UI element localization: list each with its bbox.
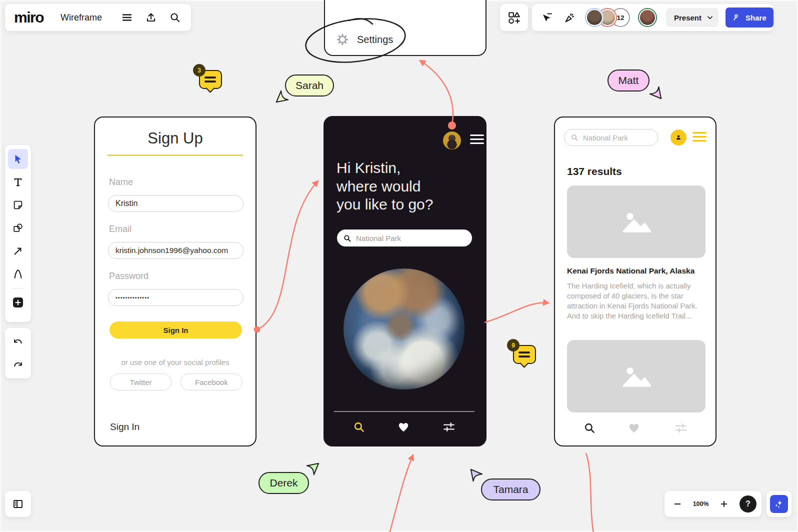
result-desc-line: attraction in Kenai Fjords National Park… bbox=[567, 301, 698, 311]
name-label: Name bbox=[109, 177, 133, 188]
settings-card-frame[interactable]: Settings bbox=[324, 0, 486, 56]
user-avatar[interactable] bbox=[443, 132, 461, 150]
zoom-level[interactable]: 100% bbox=[693, 500, 709, 508]
collaborator-cursor-matt bbox=[648, 85, 663, 100]
present-label: Present bbox=[674, 14, 702, 22]
menu-icon[interactable] bbox=[470, 134, 484, 146]
nav-search-icon[interactable] bbox=[352, 420, 366, 434]
facebook-button-label: Facebook bbox=[195, 378, 228, 386]
comment-count: 3 bbox=[193, 64, 206, 76]
connector-bottom-to-phone bbox=[390, 455, 413, 532]
profile-button[interactable] bbox=[670, 130, 686, 146]
connector-avatar-to-settings bbox=[420, 60, 453, 125]
zoom-in-button[interactable] bbox=[716, 494, 732, 514]
person-icon bbox=[674, 134, 682, 142]
results-search-input[interactable]: National Park bbox=[564, 129, 658, 146]
topbar-right: 12 Present Share bbox=[532, 4, 773, 31]
help-button[interactable]: ? bbox=[740, 496, 756, 512]
signup-title: Sign Up bbox=[95, 130, 256, 148]
templates-button[interactable] bbox=[504, 8, 524, 28]
hide-cursors-button[interactable] bbox=[537, 8, 557, 28]
collaborator-tag-tamara[interactable]: Tamara bbox=[481, 478, 540, 500]
result-card-title: Kenai Fjords National Park, Alaska bbox=[567, 266, 694, 276]
results-wireframe-frame[interactable]: National Park 137 results Kenai Fjords N… bbox=[554, 116, 716, 446]
board-title[interactable]: Wireframe bbox=[58, 12, 105, 23]
signup-wireframe-frame[interactable]: Sign Up Name Kristin Email kristin.johns… bbox=[94, 116, 256, 446]
nav-heart-icon[interactable] bbox=[628, 422, 640, 434]
export-button[interactable] bbox=[141, 8, 161, 28]
zoom-out-button[interactable] bbox=[670, 494, 686, 514]
chevron-down-icon[interactable] bbox=[706, 14, 714, 21]
twitter-button[interactable]: Twitter bbox=[110, 374, 172, 390]
text-tool[interactable] bbox=[8, 172, 28, 192]
history-toolbar bbox=[5, 328, 31, 378]
redo-button[interactable] bbox=[8, 355, 28, 375]
share-label: Share bbox=[746, 14, 766, 22]
signin-link[interactable]: Sign In bbox=[110, 422, 140, 432]
phone-search-placeholder: National Park bbox=[356, 234, 401, 242]
undo-button[interactable] bbox=[8, 332, 28, 352]
collaborator-count: 12 bbox=[616, 14, 624, 22]
own-avatar[interactable] bbox=[639, 9, 656, 26]
miro-board-app: { "topbar": { "logo": "miro", "board_tit… bbox=[0, 0, 798, 532]
results-count: 137 results bbox=[567, 166, 622, 178]
frames-panel-island bbox=[5, 491, 31, 517]
greeting-line-1: Hi Kristin, bbox=[336, 159, 433, 178]
add-more-tools-button[interactable] bbox=[8, 292, 28, 312]
image-placeholder-2 bbox=[567, 340, 706, 412]
email-label: Email bbox=[109, 224, 132, 234]
connector-tool[interactable] bbox=[8, 241, 28, 261]
settings-label: Settings bbox=[357, 34, 393, 46]
nav-filters-icon[interactable] bbox=[442, 420, 456, 434]
ai-assist-button[interactable] bbox=[770, 495, 788, 513]
collaborator-tag-matt[interactable]: Matt bbox=[608, 70, 650, 92]
greeting-line-3: you like to go? bbox=[336, 196, 433, 214]
earth-image bbox=[344, 268, 464, 390]
results-search-placeholder: National Park bbox=[583, 134, 628, 142]
nav-search-icon[interactable] bbox=[583, 422, 596, 434]
sparkles-icon bbox=[773, 498, 785, 510]
email-value: kristin.johnson1996@yahoo.com bbox=[116, 246, 228, 255]
phone-wireframe-frame[interactable]: Hi Kristin, where would you like to go? … bbox=[324, 116, 486, 446]
phone-search-input[interactable]: National Park bbox=[337, 230, 472, 246]
collaborator-name: Matt bbox=[618, 74, 639, 86]
password-value: •••••••••••••• bbox=[116, 294, 150, 300]
twitter-button-label: Twitter bbox=[130, 378, 152, 386]
avatar-stack: 12 bbox=[586, 9, 629, 26]
connector-signin-to-phone bbox=[257, 181, 318, 330]
shapes-tool[interactable] bbox=[8, 218, 28, 238]
share-button[interactable]: Share bbox=[726, 8, 774, 28]
nav-filters-icon[interactable] bbox=[674, 422, 688, 434]
miro-logo[interactable]: miro bbox=[12, 9, 46, 26]
main-menu-button[interactable] bbox=[117, 8, 137, 28]
facebook-button[interactable]: Facebook bbox=[180, 374, 242, 390]
signin-button[interactable]: Sign In bbox=[110, 322, 242, 338]
email-field[interactable]: kristin.johnson1996@yahoo.com bbox=[108, 242, 244, 259]
sticky-note-tool[interactable] bbox=[8, 195, 28, 215]
collaborator-cursor-derek bbox=[305, 462, 320, 476]
image-icon bbox=[621, 210, 652, 234]
nav-heart-icon[interactable] bbox=[397, 420, 410, 434]
collaborator-name: Sarah bbox=[296, 80, 324, 92]
help-label: ? bbox=[746, 500, 750, 508]
collaborator-tag-derek[interactable]: Derek bbox=[258, 472, 309, 494]
ai-assist-island bbox=[766, 491, 792, 517]
connector-results-down bbox=[586, 453, 594, 532]
signin-button-label: Sign In bbox=[164, 326, 188, 334]
share-person-icon bbox=[732, 13, 742, 22]
select-tool[interactable] bbox=[8, 149, 28, 169]
pen-tool[interactable] bbox=[8, 264, 28, 284]
comment-count: 9 bbox=[507, 339, 520, 352]
collaborator-avatar-1[interactable] bbox=[586, 9, 603, 26]
password-field[interactable]: •••••••••••••• bbox=[108, 289, 244, 306]
menu-icon[interactable] bbox=[692, 132, 706, 142]
gear-icon bbox=[336, 33, 349, 46]
search-button[interactable] bbox=[165, 8, 185, 28]
present-button[interactable]: Present bbox=[666, 8, 718, 27]
name-value: Kristin bbox=[116, 199, 138, 208]
image-placeholder-1 bbox=[567, 186, 706, 258]
collaborator-tag-sarah[interactable]: Sarah bbox=[285, 74, 334, 96]
reactions-button[interactable] bbox=[560, 8, 580, 28]
frames-panel-button[interactable] bbox=[8, 494, 28, 514]
name-field[interactable]: Kristin bbox=[108, 195, 244, 212]
